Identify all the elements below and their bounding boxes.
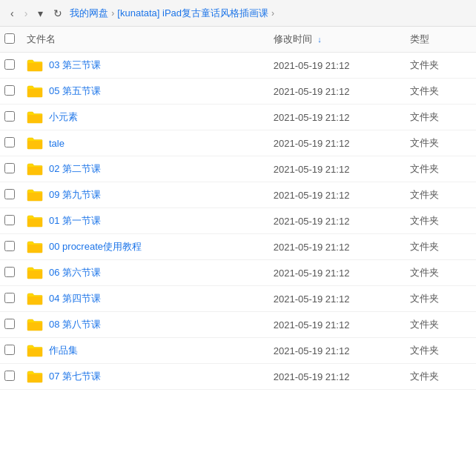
row-date: 2021-05-19 21:12 xyxy=(266,338,403,364)
row-checkbox-cell xyxy=(0,260,19,286)
row-checkbox[interactable] xyxy=(4,189,15,199)
row-date: 2021-05-19 21:12 xyxy=(266,312,403,338)
row-date: 2021-05-19 21:12 xyxy=(266,234,403,260)
row-checkbox-cell xyxy=(0,364,19,390)
row-checkbox[interactable] xyxy=(4,319,15,329)
folder-icon xyxy=(27,84,43,98)
file-name[interactable]: 07 第七节课 xyxy=(49,370,101,383)
row-type: 文件夹 xyxy=(403,130,476,156)
row-type: 文件夹 xyxy=(403,53,476,79)
row-name-cell: 03 第三节课 xyxy=(19,53,266,79)
row-date: 2021-05-19 21:12 xyxy=(266,260,403,286)
table-row: 03 第三节课2021-05-19 21:12文件夹 xyxy=(0,53,476,79)
row-checkbox[interactable] xyxy=(4,111,15,122)
file-name[interactable]: 02 第二节课 xyxy=(49,162,101,176)
file-tbody: 03 第三节课2021-05-19 21:12文件夹 05 第五节课2021-0… xyxy=(0,53,476,390)
row-checkbox[interactable] xyxy=(4,345,15,355)
table-row: 05 第五节课2021-05-19 21:12文件夹 xyxy=(0,79,476,104)
row-type: 文件夹 xyxy=(403,208,476,234)
table-header-row: 文件名 修改时间 ↓ 类型 xyxy=(0,27,476,53)
file-name[interactable]: 00 procreate使用教程 xyxy=(49,240,142,253)
row-name-cell: 04 第四节课 xyxy=(19,286,266,312)
header-name[interactable]: 文件名 xyxy=(19,27,266,53)
table-row: 作品集2021-05-19 21:12文件夹 xyxy=(0,338,476,364)
row-checkbox-cell xyxy=(0,234,19,260)
table-row: 08 第八节课2021-05-19 21:12文件夹 xyxy=(0,312,476,338)
folder-icon xyxy=(27,188,43,202)
row-checkbox-cell xyxy=(0,338,19,364)
row-checkbox[interactable] xyxy=(4,59,15,70)
dropdown-button[interactable]: ▾ xyxy=(35,6,46,21)
row-checkbox[interactable] xyxy=(4,215,15,225)
folder-icon xyxy=(27,136,43,150)
row-checkbox-cell xyxy=(0,104,19,130)
file-name[interactable]: 作品集 xyxy=(49,344,78,357)
row-checkbox-cell xyxy=(0,312,19,338)
table-row: 09 第九节课2021-05-19 21:12文件夹 xyxy=(0,182,476,208)
table-row: 02 第二节课2021-05-19 21:12文件夹 xyxy=(0,156,476,182)
row-checkbox[interactable] xyxy=(4,371,15,381)
row-checkbox-cell xyxy=(0,53,19,79)
row-name-cell: 09 第九节课 xyxy=(19,182,266,208)
folder-icon xyxy=(27,292,43,305)
file-table-container: 文件名 修改时间 ↓ 类型 03 第三节课2021-05-19 21:12文件夹… xyxy=(0,27,476,458)
row-date: 2021-05-19 21:12 xyxy=(266,286,403,312)
breadcrumb-sep-1: › xyxy=(111,8,114,19)
row-date: 2021-05-19 21:12 xyxy=(266,182,403,208)
select-all-checkbox[interactable] xyxy=(4,33,15,44)
folder-icon xyxy=(27,240,43,253)
row-checkbox-cell xyxy=(0,286,19,312)
folder-icon xyxy=(27,110,43,124)
table-row: tale2021-05-19 21:12文件夹 xyxy=(0,130,476,156)
table-row: 06 第六节课2021-05-19 21:12文件夹 xyxy=(0,260,476,286)
row-checkbox[interactable] xyxy=(4,241,15,251)
row-name-cell: 08 第八节课 xyxy=(19,312,266,338)
file-table: 文件名 修改时间 ↓ 类型 03 第三节课2021-05-19 21:12文件夹… xyxy=(0,27,476,390)
row-type: 文件夹 xyxy=(403,364,476,390)
row-checkbox[interactable] xyxy=(4,137,15,147)
row-type: 文件夹 xyxy=(403,338,476,364)
back-button[interactable]: ‹ xyxy=(7,6,17,21)
file-name[interactable]: 04 第四节课 xyxy=(49,292,101,305)
file-name[interactable]: 05 第五节课 xyxy=(49,84,101,98)
row-name-cell: tale xyxy=(19,130,266,156)
folder-icon xyxy=(27,162,43,176)
row-checkbox[interactable] xyxy=(4,293,15,303)
breadcrumb-root[interactable]: 我的网盘 xyxy=(70,7,108,20)
folder-icon xyxy=(27,266,43,279)
row-date: 2021-05-19 21:12 xyxy=(266,364,403,390)
row-date: 2021-05-19 21:12 xyxy=(266,208,403,234)
forward-button[interactable]: › xyxy=(22,6,31,21)
row-checkbox[interactable] xyxy=(4,85,15,96)
row-name-cell: 00 procreate使用教程 xyxy=(19,234,266,260)
folder-icon xyxy=(27,214,43,228)
header-type[interactable]: 类型 xyxy=(403,27,476,53)
header-checkbox-cell xyxy=(0,27,19,53)
file-name[interactable]: 09 第九节课 xyxy=(49,188,101,202)
row-type: 文件夹 xyxy=(403,312,476,338)
file-name[interactable]: 01 第一节课 xyxy=(49,214,101,228)
refresh-button[interactable]: ↻ xyxy=(50,6,65,21)
file-name[interactable]: 06 第六节课 xyxy=(49,266,101,279)
row-date: 2021-05-19 21:12 xyxy=(266,53,403,79)
row-type: 文件夹 xyxy=(403,260,476,286)
row-checkbox[interactable] xyxy=(4,163,15,173)
table-row: 01 第一节课2021-05-19 21:12文件夹 xyxy=(0,208,476,234)
file-name[interactable]: 小元素 xyxy=(49,110,78,124)
row-checkbox-cell xyxy=(0,208,19,234)
row-type: 文件夹 xyxy=(403,182,476,208)
breadcrumb-course[interactable]: [kunatata] iPad复古童话风格插画课 xyxy=(117,7,268,20)
header-date[interactable]: 修改时间 ↓ xyxy=(266,27,403,53)
sort-icon: ↓ xyxy=(317,35,322,44)
row-type: 文件夹 xyxy=(403,156,476,182)
file-name[interactable]: 08 第八节课 xyxy=(49,318,101,331)
row-checkbox[interactable] xyxy=(4,267,15,277)
row-date: 2021-05-19 21:12 xyxy=(266,79,403,104)
row-checkbox-cell xyxy=(0,156,19,182)
file-name[interactable]: 03 第三节课 xyxy=(49,59,101,72)
table-row: 00 procreate使用教程2021-05-19 21:12文件夹 xyxy=(0,234,476,260)
folder-icon xyxy=(27,370,43,383)
folder-icon xyxy=(27,344,43,357)
row-name-cell: 07 第七节课 xyxy=(19,364,266,390)
file-name[interactable]: tale xyxy=(49,138,65,149)
